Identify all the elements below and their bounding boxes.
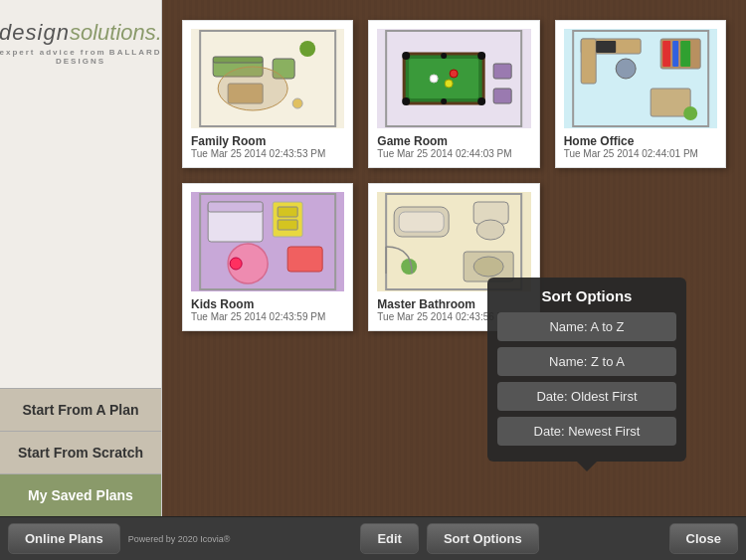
svg-rect-28 (662, 41, 670, 67)
svg-point-12 (477, 52, 485, 60)
svg-rect-30 (680, 41, 690, 67)
online-plans-button[interactable]: Online Plans (8, 523, 120, 554)
plan-thumbnail-bath (377, 192, 530, 291)
plan-date-game: Tue Mar 25 2014 02:44:03 PM (377, 148, 530, 159)
plan-title-game: Game Room (377, 134, 530, 148)
plan-thumbnail-kids (191, 192, 344, 291)
sort-date-oldest-button[interactable]: Date: Oldest First (497, 382, 676, 411)
start-from-plan-button[interactable]: Start From A Plan (0, 388, 161, 431)
svg-rect-29 (672, 41, 678, 67)
plan-thumbnail-game (377, 29, 530, 128)
sort-name-za-button[interactable]: Name: Z to A (497, 347, 676, 376)
svg-rect-37 (278, 207, 297, 217)
svg-point-48 (473, 257, 503, 277)
svg-rect-38 (278, 220, 297, 230)
sort-date-newest-button[interactable]: Date: Newest First (497, 417, 676, 446)
plan-date-office: Tue Mar 25 2014 02:44:01 PM (564, 148, 717, 159)
logo: designsolutions. (0, 20, 162, 46)
main-content: Family Room Tue Mar 25 2014 02:43:53 PM (162, 0, 746, 516)
svg-rect-2 (213, 57, 263, 63)
plan-card-kids-room[interactable]: Kids Room Tue Mar 25 2014 02:43:59 PM (182, 183, 353, 331)
plan-date-family: Tue Mar 25 2014 02:43:53 PM (191, 148, 344, 159)
plan-card-family-room[interactable]: Family Room Tue Mar 25 2014 02:43:53 PM (182, 20, 353, 168)
svg-point-7 (292, 98, 302, 108)
plan-thumbnail-family (191, 29, 344, 128)
plan-card-home-office[interactable]: Home Office Tue Mar 25 2014 02:44:01 PM (555, 20, 726, 168)
svg-rect-26 (596, 41, 616, 53)
svg-point-15 (441, 53, 447, 59)
plan-thumbnail-office (564, 29, 717, 128)
svg-rect-40 (287, 247, 322, 272)
start-from-scratch-button[interactable]: Start From Scratch (0, 431, 161, 473)
svg-point-13 (402, 97, 410, 105)
svg-point-5 (218, 67, 287, 110)
logo-solutions: solutions. (70, 20, 162, 45)
sort-options-popup: Sort Options Name: A to Z Name: Z to A D… (487, 278, 686, 462)
svg-rect-10 (409, 59, 478, 98)
close-button[interactable]: Close (669, 523, 738, 554)
svg-point-18 (450, 70, 458, 78)
svg-point-16 (441, 98, 447, 104)
svg-rect-44 (399, 212, 444, 232)
sort-name-az-button[interactable]: Name: A to Z (497, 312, 676, 341)
plan-title-family: Family Room (191, 134, 344, 148)
svg-point-17 (430, 75, 438, 83)
svg-point-11 (402, 52, 410, 60)
plan-date-kids: Tue Mar 25 2014 02:43:59 PM (191, 311, 344, 322)
sort-popup-title: Sort Options (497, 287, 676, 304)
svg-point-25 (616, 59, 636, 79)
my-saved-plans-button[interactable]: My Saved Plans (0, 473, 161, 516)
bottom-left: Online Plans Powered by 2020 Icovia® (8, 523, 230, 554)
bottom-bar: Online Plans Powered by 2020 Icovia® Edi… (0, 516, 746, 560)
svg-rect-24 (581, 39, 596, 84)
edit-button[interactable]: Edit (360, 523, 419, 554)
plan-title-kids: Kids Room (191, 297, 344, 311)
svg-point-46 (476, 220, 504, 240)
logo-subtitle: expert advice from BALLARD DESIGNS (0, 48, 162, 66)
svg-point-14 (477, 97, 485, 105)
sidebar-nav: Start From A Plan Start From Scratch My … (0, 388, 161, 516)
plan-title-office: Home Office (564, 134, 717, 148)
svg-rect-21 (493, 89, 511, 103)
svg-rect-20 (493, 64, 511, 79)
bottom-center: Edit Sort Options (360, 523, 538, 554)
logo-design: design (0, 20, 70, 45)
svg-point-6 (299, 41, 315, 57)
logo-area: designsolutions. expert advice from BALL… (0, 20, 172, 66)
powered-by-text: Powered by 2020 Icovia® (128, 534, 231, 544)
sort-options-button[interactable]: Sort Options (427, 523, 539, 554)
svg-rect-35 (208, 202, 263, 212)
plan-card-game-room[interactable]: Game Room Tue Mar 25 2014 02:44:03 PM (368, 20, 539, 168)
svg-point-19 (445, 80, 453, 88)
sort-popup-arrow (577, 462, 597, 471)
sidebar: designsolutions. expert advice from BALL… (0, 0, 162, 516)
svg-point-41 (230, 258, 242, 270)
svg-point-32 (683, 106, 697, 120)
svg-point-49 (401, 259, 417, 275)
